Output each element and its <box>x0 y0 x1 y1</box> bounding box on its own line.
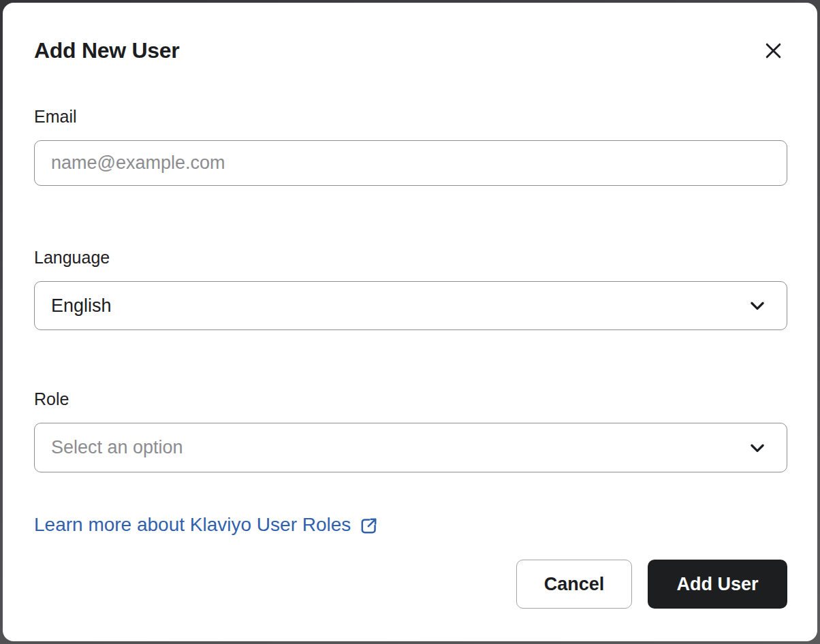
user-roles-link[interactable]: Learn more about Klaviyo User Roles <box>34 514 379 536</box>
role-select-placeholder: Select an option <box>51 437 183 458</box>
chevron-down-icon <box>747 438 768 458</box>
email-field[interactable] <box>34 140 787 186</box>
external-link-icon <box>359 516 379 536</box>
add-user-button[interactable]: Add User <box>648 560 787 609</box>
modal-backdrop: Add New User Email Language English Role… <box>0 0 820 644</box>
role-label: Role <box>34 389 787 409</box>
email-label: Email <box>34 106 787 127</box>
role-select[interactable]: Select an option <box>34 423 787 472</box>
user-roles-link-text: Learn more about Klaviyo User Roles <box>34 514 351 536</box>
add-new-user-modal: Add New User Email Language English Role… <box>3 3 817 641</box>
modal-title: Add New User <box>34 37 179 63</box>
modal-footer: Cancel Add User <box>34 560 787 609</box>
close-icon <box>762 39 785 62</box>
chevron-down-icon <box>747 295 768 316</box>
language-label: Language <box>34 247 787 268</box>
cancel-button[interactable]: Cancel <box>516 560 632 609</box>
language-select-value: English <box>51 295 112 317</box>
close-button[interactable] <box>761 38 786 63</box>
modal-header: Add New User <box>34 37 787 63</box>
language-select[interactable]: English <box>34 281 787 331</box>
